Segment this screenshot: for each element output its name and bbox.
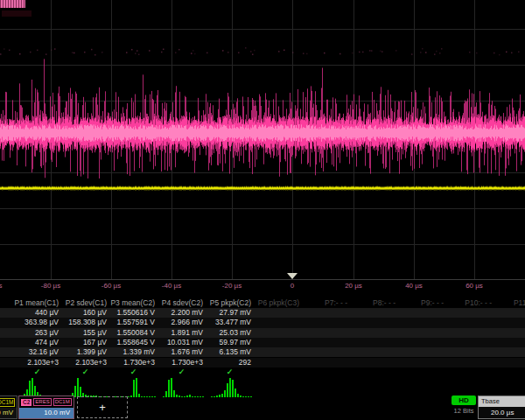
histicon-bar xyxy=(248,396,249,397)
param-P5-mean: 33.477 mV xyxy=(206,318,254,327)
histicon-bar xyxy=(237,394,239,397)
histicon-bar xyxy=(178,396,180,397)
param-P2-histicon[interactable] xyxy=(66,378,108,397)
histicon-bar xyxy=(229,378,231,397)
param-P1-sdev: 32.16 µV xyxy=(13,347,61,357)
histicon-bar xyxy=(154,396,156,397)
histicon-bar xyxy=(189,395,191,397)
histicon-bar xyxy=(186,396,188,397)
param-P3-sdev: 1.339 mV xyxy=(109,347,158,357)
histicon-bar xyxy=(221,394,223,397)
param-P5-sdev: 6.135 mV xyxy=(206,347,254,357)
param-header-P7[interactable]: P7:- - - xyxy=(302,298,350,308)
param-P3-status-check-icon: ✓ xyxy=(109,368,158,377)
histicon-bar xyxy=(181,396,183,397)
histicon-bar xyxy=(211,396,213,397)
time-tick-label: -100 µs xyxy=(0,282,2,290)
param-P3-max: 1.558645 V xyxy=(109,338,158,347)
add-trace-button[interactable]: + xyxy=(77,396,128,418)
histicon-bar xyxy=(128,396,130,397)
param-P3-value: 1.550616 V xyxy=(109,308,158,318)
histicon-bar xyxy=(216,396,218,397)
time-tick-label: -20 µs xyxy=(222,282,242,290)
param-header-P11[interactable]: P11:- - - xyxy=(494,298,525,308)
param-P4-sdev: 1.676 mV xyxy=(158,347,206,357)
param-header-P4[interactable]: P4 sdev(C2) xyxy=(158,298,206,308)
param-P2-num: 2.103e+3 xyxy=(61,358,109,368)
histicon-bar xyxy=(202,396,204,397)
param-P5-histicon[interactable] xyxy=(211,378,252,397)
param-header-P1[interactable]: P1 mean(C1) xyxy=(13,298,61,308)
histicon-bar xyxy=(240,396,242,397)
param-P2-status-check-icon: ✓ xyxy=(61,368,109,377)
c2-vdiv-value: 10.0 mV xyxy=(19,408,74,418)
param-header-P3[interactable]: P3 mean(C2) xyxy=(109,298,158,308)
histicon-bar xyxy=(184,396,186,397)
param-P1-min: 263 µV xyxy=(13,328,61,338)
time-tick-label: 40 µs xyxy=(405,282,423,290)
histicon-bar xyxy=(151,396,153,397)
timebase-value: 20.0 µs xyxy=(479,407,525,418)
param-P3-num: 1.730e+3 xyxy=(109,358,158,368)
hd-mode-badge[interactable]: HD xyxy=(452,396,476,405)
param-header-P8[interactable]: P8:- - - xyxy=(350,298,398,308)
param-P4-status-check-icon: ✓ xyxy=(158,368,206,377)
param-P4-histicon[interactable] xyxy=(163,378,204,397)
c2-channel-badge: C2 xyxy=(21,399,32,406)
hd-bits-label: 12 Bits xyxy=(446,407,481,415)
histicon-bar xyxy=(224,390,226,397)
param-P3-histicon[interactable] xyxy=(115,378,156,397)
histicon-bar xyxy=(242,396,244,397)
c2-coupling-badge: DC1M xyxy=(53,398,72,406)
param-P5-min: 25.03 mV xyxy=(206,328,254,338)
histicon-bar xyxy=(197,396,199,397)
param-P4-max: 10.031 mV xyxy=(158,338,206,347)
histicon-bar xyxy=(219,395,220,397)
histicon-bar xyxy=(163,396,164,397)
param-P2-min: 155 µV xyxy=(61,328,109,338)
channel-c2-descriptor[interactable]: C2 ERES DC1M 10.0 mV xyxy=(18,396,74,419)
plus-icon: + xyxy=(99,401,106,414)
param-P5-value: 27.97 mV xyxy=(206,308,254,318)
waveform-grid-canvas[interactable] xyxy=(0,0,525,280)
timebase-title: Tbase xyxy=(479,396,525,407)
param-header-P9[interactable]: P9:- - - xyxy=(398,298,446,308)
histicon-bar xyxy=(77,378,79,397)
time-tick-label: 0 xyxy=(290,282,294,290)
param-P1-mean: 363.98 µV xyxy=(13,318,61,327)
param-P4-value: 2.200 mV xyxy=(158,308,206,318)
param-P1-histicon[interactable] xyxy=(18,378,60,397)
histicon-bar xyxy=(250,396,252,397)
param-P2-value: 160 µV xyxy=(61,308,109,318)
timebase-descriptor[interactable]: Tbase 20.0 µs xyxy=(478,396,525,419)
param-P5-num: 292 xyxy=(206,358,254,368)
measure-table: P1 mean(C1)440 µV363.98 µV263 µV474 µV32… xyxy=(0,298,525,397)
param-header-P2[interactable]: P2 sdev(C1) xyxy=(61,298,109,308)
histicon-bar xyxy=(165,391,167,397)
oscilloscope-screen: -100 µs-80 µs-60 µs-40 µs-20 µs020 µs40 … xyxy=(0,0,525,420)
annotation-badge xyxy=(0,0,25,8)
param-P1-num: 2.103e+3 xyxy=(13,358,61,368)
param-header-P5[interactable]: P5 pkpk(C2) xyxy=(206,298,254,308)
time-tick-label: 60 µs xyxy=(466,282,483,290)
time-tick-label: -80 µs xyxy=(41,282,60,290)
histicon-bar xyxy=(176,395,178,397)
c1-vdiv-value: 0 mV xyxy=(0,408,17,418)
c2-eres-badge: ERES xyxy=(33,398,51,406)
histicon-bar xyxy=(168,380,170,397)
histicon-bar xyxy=(130,396,132,397)
param-P3-min: 1.550084 V xyxy=(109,328,158,338)
param-P1-status-check-icon: ✓ xyxy=(13,368,61,377)
histicon-bar xyxy=(171,378,172,397)
histicon-bar xyxy=(214,396,215,397)
param-P4-num: 1.730e+3 xyxy=(158,358,206,368)
param-header-P10[interactable]: P10:- - - xyxy=(446,298,494,308)
param-header-P6[interactable]: P6 pkpk(C3) xyxy=(254,298,302,308)
histicon-bar xyxy=(173,390,175,397)
channel-c1-descriptor[interactable]: DC1M 0 mV xyxy=(0,396,18,419)
histicon-bar xyxy=(245,396,247,397)
histicon-bar xyxy=(141,396,143,397)
param-P2-sdev: 1.399 µV xyxy=(61,347,109,357)
time-tick-label: 20 µs xyxy=(345,282,362,290)
param-P4-mean: 2.966 mV xyxy=(158,318,206,327)
